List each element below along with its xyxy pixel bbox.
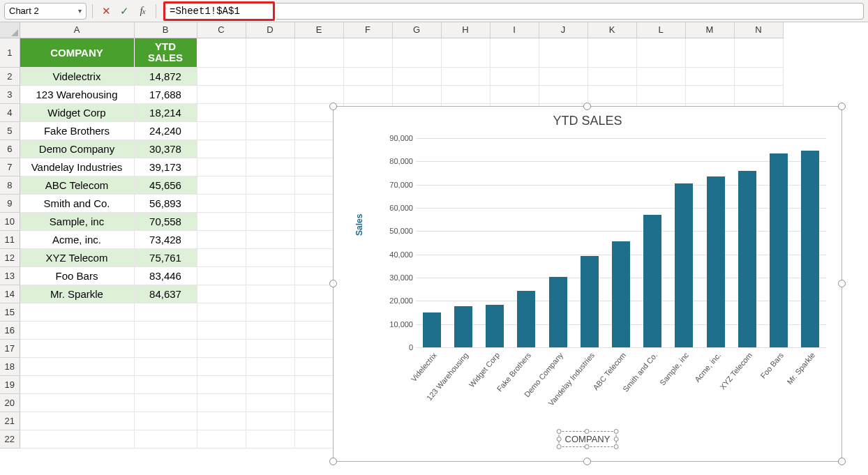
name-box-input[interactable]	[9, 6, 65, 16]
cell[interactable]	[246, 212, 294, 230]
cell[interactable]	[20, 357, 134, 375]
formula-input[interactable]	[170, 6, 269, 17]
cell[interactable]	[134, 357, 197, 375]
cell[interactable]: 18,214	[134, 103, 197, 121]
row-header[interactable]: 13	[0, 266, 20, 285]
chevron-down-icon[interactable]: ▾	[78, 7, 82, 15]
cell[interactable]	[490, 67, 539, 85]
cell[interactable]	[343, 85, 392, 103]
cell[interactable]: 75,761	[134, 248, 197, 266]
row-header[interactable]: 15	[0, 303, 20, 321]
resize-handle[interactable]	[583, 458, 591, 465]
row-header[interactable]: 5	[0, 121, 20, 140]
cell[interactable]	[197, 339, 246, 357]
cell[interactable]	[197, 158, 246, 176]
chart-bar[interactable]	[454, 306, 472, 347]
cell[interactable]: 17,688	[134, 85, 197, 103]
cell[interactable]	[246, 121, 294, 140]
cell[interactable]: 83,446	[134, 266, 197, 285]
row-header[interactable]: 12	[0, 248, 20, 266]
cell[interactable]	[197, 412, 246, 430]
cell[interactable]: Smith and Co.	[20, 194, 134, 212]
row-header[interactable]: 7	[0, 158, 20, 176]
cell[interactable]	[539, 38, 588, 67]
cell[interactable]	[20, 339, 134, 357]
cell[interactable]	[636, 38, 685, 67]
chart-bar[interactable]	[801, 151, 819, 347]
chart-bar[interactable]	[675, 183, 693, 347]
cell[interactable]	[197, 357, 246, 375]
column-header[interactable]: D	[246, 22, 294, 38]
resize-handle[interactable]	[585, 429, 590, 434]
cell[interactable]	[197, 212, 246, 230]
cell[interactable]	[134, 303, 197, 321]
cell[interactable]	[246, 321, 294, 339]
row-header[interactable]: 3	[0, 85, 20, 103]
row-header[interactable]: 16	[0, 321, 20, 339]
chart-bar[interactable]	[581, 256, 599, 347]
chart-bar[interactable]	[738, 171, 756, 347]
column-header[interactable]: G	[392, 22, 441, 38]
cell[interactable]	[197, 230, 246, 248]
cell[interactable]	[197, 321, 246, 339]
column-header[interactable]: H	[441, 22, 490, 38]
row-header[interactable]: 2	[0, 67, 20, 85]
cell[interactable]	[392, 67, 441, 85]
cell[interactable]	[246, 194, 294, 212]
cell[interactable]: YTDSALES	[134, 38, 197, 67]
cell[interactable]	[134, 375, 197, 393]
column-header[interactable]: E	[294, 22, 343, 38]
cell[interactable]	[636, 85, 685, 103]
cell[interactable]: Fake Brothers	[20, 121, 134, 140]
chart-axis-title-box[interactable]: COMPANY	[559, 431, 617, 447]
resize-handle[interactable]	[557, 437, 562, 442]
chart-object[interactable]: YTD SALES Sales 010,00020,00030,00040,00…	[333, 106, 842, 462]
cell[interactable]: XYZ Telecom	[20, 248, 134, 266]
cell[interactable]	[539, 85, 588, 103]
cell[interactable]	[197, 176, 246, 194]
cell[interactable]	[197, 393, 246, 412]
resize-handle[interactable]	[329, 458, 337, 465]
cell[interactable]: 123 Warehousing	[20, 85, 134, 103]
row-header[interactable]: 21	[0, 412, 20, 430]
chart-bar[interactable]	[643, 215, 661, 347]
cell[interactable]	[539, 67, 588, 85]
row-header[interactable]: 10	[0, 212, 20, 230]
column-header[interactable]: C	[197, 22, 246, 38]
cell[interactable]	[197, 121, 246, 140]
cell[interactable]	[197, 266, 246, 285]
cell[interactable]	[197, 103, 246, 121]
cell[interactable]	[20, 412, 134, 430]
cell[interactable]	[588, 85, 636, 103]
resize-handle[interactable]	[329, 280, 337, 287]
cell[interactable]	[294, 67, 343, 85]
cell[interactable]	[636, 67, 685, 85]
chart-bar[interactable]	[612, 241, 630, 347]
cell[interactable]	[246, 103, 294, 121]
cell[interactable]	[20, 430, 134, 448]
cell[interactable]	[197, 67, 246, 85]
row-header[interactable]: 18	[0, 357, 20, 375]
row-header[interactable]: 22	[0, 430, 20, 448]
cell[interactable]	[343, 38, 392, 67]
row-header[interactable]: 4	[0, 103, 20, 121]
cell[interactable]: 39,173	[134, 158, 197, 176]
row-header[interactable]: 9	[0, 194, 20, 212]
cell[interactable]	[246, 248, 294, 266]
cell[interactable]	[734, 38, 783, 67]
cell[interactable]	[246, 230, 294, 248]
cell[interactable]	[197, 85, 246, 103]
formula-bar-extent[interactable]	[276, 3, 864, 20]
cell[interactable]	[685, 67, 734, 85]
cell[interactable]: Sample, inc	[20, 212, 134, 230]
cell[interactable]	[588, 67, 636, 85]
cell[interactable]: 14,872	[134, 67, 197, 85]
cell[interactable]: Mr. Sparkle	[20, 285, 134, 303]
cell[interactable]	[246, 339, 294, 357]
chart-bar[interactable]	[707, 176, 725, 347]
row-header[interactable]: 1	[0, 38, 20, 67]
cell[interactable]	[246, 176, 294, 194]
chart-bar[interactable]	[423, 312, 441, 347]
cell[interactable]	[197, 430, 246, 448]
cell[interactable]	[134, 339, 197, 357]
